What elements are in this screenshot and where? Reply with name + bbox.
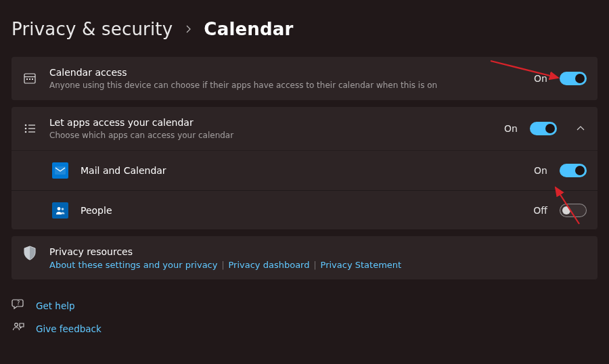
svg-rect-2 (26, 78, 28, 80)
breadcrumb-parent[interactable]: Privacy & security (12, 19, 173, 39)
setting-subtitle: Anyone using this device can choose if t… (49, 80, 522, 91)
feedback-icon (12, 321, 25, 336)
let-apps-toggle[interactable] (530, 122, 557, 135)
collapse-chevron-up-icon[interactable] (574, 126, 587, 131)
setting-subtitle: Choose which apps can access your calend… (49, 130, 492, 141)
setting-card-calendar-access: Calendar access Anyone using this device… (12, 57, 597, 100)
chevron-right-icon (185, 22, 191, 36)
toggle-state-label: On (504, 123, 518, 134)
svg-rect-11 (55, 166, 66, 175)
svg-point-7 (25, 128, 27, 130)
svg-text:?: ? (17, 300, 20, 306)
link-about-privacy[interactable]: About these settings and your privacy (49, 260, 217, 270)
calendar-access-toggle[interactable] (560, 72, 587, 85)
people-toggle[interactable] (560, 204, 587, 217)
setting-title: Calendar access (49, 66, 522, 79)
setting-text: Privacy resources About these settings a… (49, 246, 587, 270)
app-name: People (81, 205, 521, 216)
setting-text: Let apps access your calendar Choose whi… (49, 116, 492, 141)
app-row-mail: Mail and Calendar On (12, 151, 597, 190)
feedback-link[interactable]: Give feedback (12, 321, 597, 336)
shield-icon (22, 246, 37, 260)
mail-icon (52, 162, 68, 179)
breadcrumb: Privacy & security Calendar (12, 19, 597, 39)
svg-point-13 (62, 208, 64, 210)
svg-point-5 (25, 124, 27, 127)
toggle-state-label: On (534, 165, 547, 176)
svg-rect-3 (29, 78, 30, 80)
link-privacy-statement[interactable]: Privacy Statement (321, 260, 402, 270)
calendar-icon (22, 72, 37, 85)
list-icon (22, 122, 37, 135)
setting-title: Let apps access your calendar (49, 116, 492, 129)
svg-point-12 (58, 207, 61, 210)
footer-links: ? Get help Give feedback (12, 298, 597, 336)
divider-icon: | (313, 260, 316, 270)
setting-card-resources: Privacy resources About these settings a… (12, 236, 597, 279)
divider-icon: | (221, 260, 224, 270)
help-icon: ? (12, 298, 25, 313)
svg-point-9 (25, 131, 27, 133)
svg-rect-4 (32, 78, 33, 80)
app-row-people: People Off (12, 190, 597, 229)
toggle-state-label: On (534, 73, 547, 84)
get-help-label: Get help (36, 300, 75, 311)
get-help-link[interactable]: ? Get help (12, 298, 597, 313)
resources-links: About these settings and your privacy | … (49, 260, 587, 270)
svg-point-15 (15, 323, 18, 327)
link-privacy-dashboard[interactable]: Privacy dashboard (229, 260, 310, 270)
mail-toggle[interactable] (560, 164, 587, 177)
resources-title: Privacy resources (49, 246, 587, 258)
people-icon (52, 202, 68, 219)
breadcrumb-current: Calendar (204, 19, 293, 39)
toggle-state-label: Off (533, 205, 547, 216)
setting-card-let-apps: Let apps access your calendar Choose whi… (12, 107, 597, 229)
setting-text: Calendar access Anyone using this device… (49, 66, 522, 91)
app-name: Mail and Calendar (81, 165, 522, 176)
feedback-label: Give feedback (36, 323, 102, 334)
